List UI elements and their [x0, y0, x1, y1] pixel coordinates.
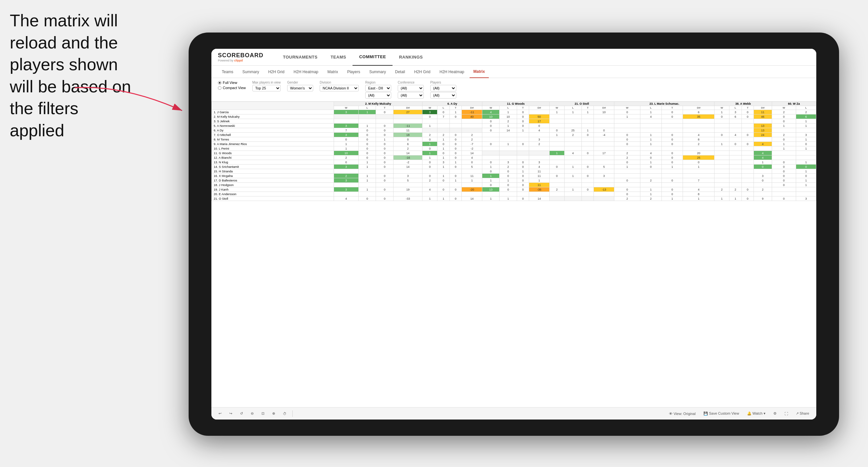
nav-teams[interactable]: TEAMS — [324, 49, 352, 66]
cell — [582, 169, 594, 174]
cell: 10 — [334, 151, 359, 155]
region-sub-select[interactable]: (All) — [365, 92, 391, 98]
cell — [640, 174, 661, 178]
nav-rankings[interactable]: RANKINGS — [393, 49, 429, 66]
cell: 1 — [640, 142, 661, 146]
region-select[interactable]: East - DII (All) — [365, 85, 391, 91]
cell: 1 — [359, 160, 376, 164]
cell — [714, 119, 730, 124]
player-name: 17. D Ballesteros — [212, 178, 334, 183]
sub-nav-detail[interactable]: Detail — [391, 66, 409, 78]
redo-button[interactable]: ↪ — [227, 411, 234, 416]
player-name: 7. O Mitchell — [212, 133, 334, 137]
cell — [394, 183, 423, 187]
compact-view-radio[interactable] — [218, 86, 221, 90]
compact-view-option[interactable]: Compact View — [218, 86, 246, 90]
nav-tournaments[interactable]: TOURNAMENTS — [276, 49, 324, 66]
view-original-button[interactable]: 👁 View: Original — [667, 411, 698, 416]
cell — [549, 119, 564, 124]
cell: 0 — [376, 196, 394, 201]
cell — [517, 151, 529, 155]
cell — [529, 146, 550, 151]
cell: 0 — [517, 115, 529, 119]
zoom-in-button[interactable]: ⊕ — [270, 411, 277, 416]
conference-select[interactable]: (All) — [398, 85, 424, 91]
settings-button[interactable]: ⚙ — [771, 411, 779, 416]
cell: 13 — [754, 128, 772, 133]
cell: 1 — [437, 146, 450, 151]
cell: 1 — [796, 119, 816, 124]
cell — [499, 192, 517, 196]
cell — [549, 155, 564, 160]
cell — [729, 178, 742, 183]
cell — [423, 169, 437, 174]
cell: 0 — [582, 133, 594, 137]
table-row: 3. S Jelinek 0 2 0 17 — [212, 119, 816, 124]
sub-nav-h2h-heatmap[interactable]: H2H Heatmap — [290, 66, 322, 78]
cell: 2 — [614, 151, 640, 155]
cell — [614, 183, 640, 187]
players-select[interactable]: (All) — [430, 85, 456, 91]
players-sub-select[interactable]: (All) — [430, 92, 456, 98]
cell — [683, 128, 714, 133]
cell: 0 — [499, 183, 517, 187]
zoom-reset-button[interactable]: ⊡ — [259, 411, 266, 416]
share-button[interactable]: ↗ Share — [794, 411, 811, 416]
cell: 6 — [394, 142, 423, 146]
cell: 1 — [564, 187, 582, 192]
cell: 4 — [729, 133, 742, 137]
fullscreen-button[interactable]: ⛶ — [782, 411, 790, 416]
cell — [594, 178, 614, 183]
gender-select[interactable]: Women's — [287, 85, 313, 91]
wl-t3: T — [517, 106, 529, 110]
cell — [683, 119, 714, 124]
cell: 6 — [729, 115, 742, 119]
wl-t5: T — [661, 106, 683, 110]
cell — [359, 115, 376, 119]
cell — [714, 151, 730, 155]
sub-nav-h2h-heatmap2[interactable]: H2H Heatmap — [435, 66, 468, 78]
sub-nav-summary2[interactable]: Summary — [365, 66, 390, 78]
sub-nav-h2h-grid2[interactable]: H2H Grid — [410, 66, 434, 78]
save-custom-view-button[interactable]: 💾 Save Custom View — [702, 411, 741, 416]
timer-button[interactable]: ⏱ — [281, 411, 288, 416]
undo-button[interactable]: ↩ — [217, 411, 223, 416]
cell: 1 — [772, 142, 796, 146]
full-view-radio[interactable] — [218, 81, 221, 85]
zoom-out-button[interactable]: ⊖ — [249, 411, 256, 416]
cell: 9 — [754, 196, 772, 201]
sub-nav-matrix[interactable]: Matrix — [323, 66, 342, 78]
sub-nav-matrix2[interactable]: Matrix — [470, 66, 489, 78]
full-view-option[interactable]: Full View — [218, 81, 246, 85]
table-row: 2. M Kelly Mulcahy 0 7 0 40 10 10 0 50 — [212, 115, 816, 119]
cell: 2 — [462, 133, 482, 137]
watch-button[interactable]: 🔔 Watch ▾ — [745, 411, 768, 416]
cell — [582, 183, 594, 187]
cell — [661, 174, 683, 178]
cell — [549, 115, 564, 119]
refresh-button[interactable]: ↺ — [238, 411, 245, 416]
cell: 13 — [754, 124, 772, 128]
conference-sub-select[interactable]: (All) — [398, 92, 424, 98]
nav-committee[interactable]: COMMITTEE — [352, 49, 393, 66]
cell — [450, 169, 462, 174]
cell: 0 — [742, 133, 754, 137]
sub-nav-h2h-grid[interactable]: H2H Grid — [265, 66, 288, 78]
sub-nav-summary[interactable]: Summary — [238, 66, 263, 78]
division-select[interactable]: NCAA Division II — [320, 85, 359, 91]
cell — [334, 169, 359, 174]
max-players-select[interactable]: Top 25 — [252, 85, 281, 91]
player-name: 12. A Bianchi — [212, 155, 334, 160]
wl-l7: L — [796, 106, 816, 110]
cell: 0 — [683, 160, 714, 164]
cell — [529, 155, 550, 160]
cell: 0 — [359, 155, 376, 160]
cell: 1 — [423, 124, 437, 128]
sub-nav-teams[interactable]: Teams — [218, 66, 237, 78]
cell: 1 — [499, 142, 517, 146]
cell: 1 — [640, 160, 661, 164]
cell: 2 — [529, 142, 550, 146]
player-name: 14. S Srichantamit — [212, 164, 334, 169]
cell: 0 — [754, 178, 772, 183]
sub-nav-players[interactable]: Players — [343, 66, 364, 78]
